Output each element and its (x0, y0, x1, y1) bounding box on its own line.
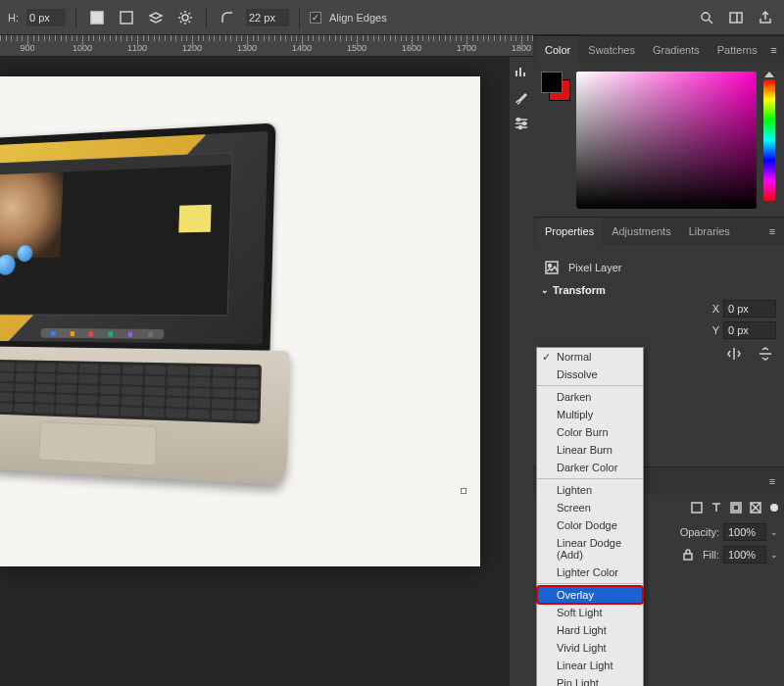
chevron-down-icon: ⌄ (541, 285, 549, 295)
blend-mode-item[interactable]: Vivid Light (537, 639, 643, 657)
blend-mode-item[interactable]: Soft Light (537, 604, 643, 621)
ruler-tick-label: 1400 (292, 43, 312, 53)
x-label: X (712, 303, 719, 315)
corner-radius-field[interactable] (246, 9, 289, 26)
x-field[interactable] (723, 300, 776, 318)
dropdown-icon[interactable]: ⌄ (770, 550, 778, 560)
options-bar: H: ✓ Align Edges (0, 0, 784, 35)
panel-menu-icon[interactable]: ≡ (767, 44, 780, 56)
blend-mode-item[interactable]: Linear Light (537, 657, 643, 674)
panel-menu-icon[interactable]: ≡ (764, 225, 780, 237)
blend-mode-item[interactable]: Lighten (537, 481, 643, 499)
svg-rect-12 (733, 505, 739, 511)
blend-mode-item[interactable]: Normal (537, 348, 643, 366)
filter-type-icon[interactable] (708, 499, 725, 516)
ruler-tick-label: 1800 (512, 43, 531, 53)
blend-mode-item[interactable]: Lighter Color (537, 564, 643, 581)
lock-icon[interactable] (677, 544, 699, 565)
align-edges-checkbox[interactable]: ✓ (310, 12, 321, 24)
blend-mode-item[interactable]: Darken (537, 388, 643, 406)
filter-toggle-icon[interactable] (770, 504, 778, 512)
color-field[interactable] (576, 72, 757, 209)
svg-rect-14 (684, 554, 692, 560)
blend-mode-item[interactable]: Multiply (537, 406, 643, 423)
blend-mode-item[interactable]: Overlay (537, 586, 643, 604)
y-label: Y (712, 324, 719, 336)
stroke-color-icon[interactable] (116, 7, 137, 28)
workspace-icon[interactable] (725, 7, 747, 28)
svg-rect-10 (692, 503, 702, 513)
ruler-tick-label: 1000 (73, 43, 92, 53)
blend-mode-item[interactable]: Dissolve (537, 366, 643, 383)
search-icon[interactable] (696, 7, 717, 28)
svg-point-3 (702, 13, 710, 21)
flip-vertical-icon[interactable] (755, 343, 776, 365)
sliders-icon[interactable] (512, 114, 531, 133)
fill-label: Fill: (703, 549, 719, 561)
tab-gradients[interactable]: Gradients (645, 36, 708, 64)
ruler-tick-label: 1700 (457, 43, 476, 53)
svg-rect-4 (730, 13, 742, 23)
fill-field[interactable] (723, 546, 766, 564)
ruler-tick-label: 900 (20, 43, 34, 53)
histogram-icon[interactable] (512, 63, 531, 82)
canvas-image (0, 94, 440, 517)
tab-adjustments[interactable]: Adjustments (604, 218, 679, 245)
height-field[interactable] (26, 9, 66, 26)
blend-mode-item[interactable]: Color Dodge (537, 516, 643, 534)
transform-label: Transform (553, 284, 606, 296)
svg-rect-0 (91, 12, 103, 24)
selection-handle[interactable] (461, 488, 466, 494)
blend-mode-item[interactable]: Screen (537, 499, 643, 516)
stack-icon[interactable] (145, 7, 167, 28)
flip-horizontal-icon[interactable] (723, 343, 745, 365)
tab-libraries[interactable]: Libraries (681, 218, 738, 245)
tab-properties[interactable]: Properties (537, 218, 602, 245)
color-picker-handle[interactable] (598, 187, 608, 197)
opacity-field[interactable] (723, 523, 766, 541)
opacity-label: Opacity: (680, 526, 719, 538)
align-edges-label: Align Edges (329, 12, 387, 24)
blend-mode-item[interactable]: Color Burn (537, 423, 643, 441)
blend-mode-item[interactable]: Pin Light (537, 674, 643, 686)
ruler-tick-label: 1300 (237, 43, 257, 53)
blend-mode-item[interactable]: Hard Light (537, 621, 643, 639)
workspace (0, 57, 510, 686)
brush-icon[interactable] (512, 88, 531, 108)
corner-radius-icon[interactable] (217, 7, 238, 28)
tab-color[interactable]: Color (537, 36, 578, 64)
tab-swatches[interactable]: Swatches (580, 36, 643, 64)
ruler-tick-label: 1100 (127, 43, 147, 53)
transform-section-header[interactable]: ⌄ Transform (541, 284, 776, 296)
layer-type-label: Pixel Layer (568, 262, 621, 273)
hue-marker-icon (764, 72, 774, 77)
ruler-tick-label: 1600 (402, 43, 421, 53)
panel-menu-icon[interactable]: ≡ (764, 475, 780, 487)
svg-point-2 (182, 15, 188, 21)
svg-point-5 (517, 119, 520, 122)
tab-patterns[interactable]: Patterns (710, 36, 765, 64)
pixel-layer-icon (541, 257, 563, 278)
hue-slider[interactable] (763, 79, 775, 201)
gear-icon[interactable] (174, 7, 196, 28)
color-panel: Color Swatches Gradients Patterns ≡ (533, 35, 784, 217)
svg-rect-1 (121, 12, 132, 24)
filter-pixel-icon[interactable] (688, 499, 706, 516)
blend-mode-item[interactable]: Darker Color (537, 459, 643, 476)
height-label: H: (8, 12, 19, 24)
blend-mode-menu[interactable]: NormalDissolveDarkenMultiplyColor BurnLi… (536, 347, 644, 686)
blend-mode-item[interactable]: Linear Dodge (Add) (537, 534, 643, 564)
ruler-tick-label: 1200 (182, 43, 202, 53)
filter-smart-icon[interactable] (747, 499, 764, 516)
filter-shape-icon[interactable] (727, 499, 745, 516)
svg-point-9 (549, 265, 552, 268)
mini-panel-strip (510, 57, 533, 139)
blend-mode-item[interactable]: Linear Burn (537, 441, 643, 459)
canvas[interactable] (0, 76, 480, 566)
dropdown-icon[interactable]: ⌄ (770, 527, 778, 537)
ruler-tick-label: 1500 (347, 43, 367, 53)
fill-color-icon[interactable] (86, 7, 108, 28)
foreground-background-swatch[interactable] (541, 72, 570, 101)
y-field[interactable] (723, 321, 776, 339)
share-icon[interactable] (755, 7, 776, 28)
